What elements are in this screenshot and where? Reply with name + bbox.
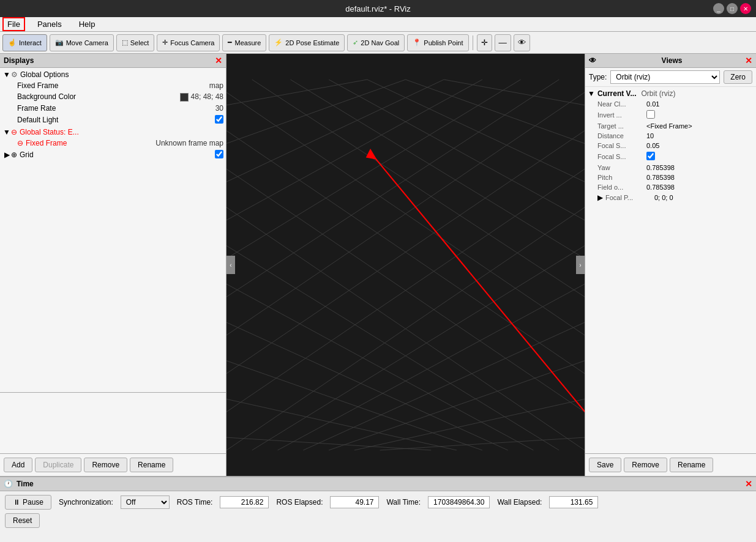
reset-button[interactable]: Reset <box>5 513 40 528</box>
global-status-row[interactable]: ▼ ⊖ Global Status: E... <box>0 127 226 138</box>
distance-row: Distance 10 <box>585 131 756 141</box>
grid-row[interactable]: ▶ ⊕ Grid <box>0 149 226 161</box>
select-icon: ⬚ <box>122 39 128 46</box>
default-light-row[interactable]: Default Light <box>0 114 226 127</box>
focus-icon: ✛ <box>162 39 168 46</box>
menu-help[interactable]: Help <box>74 17 100 31</box>
point-icon: 📍 <box>413 39 421 46</box>
current-view-toggle[interactable]: ▼ <box>588 89 595 98</box>
status-fixed-frame-value: Unknown frame map <box>155 139 223 147</box>
displays-title: Displays <box>4 56 34 65</box>
displays-lower-area <box>0 392 226 453</box>
current-view-label: Current V... <box>597 89 637 98</box>
pitch-value: 0.785398 <box>646 174 675 181</box>
focal-shape2-label: Focal S... <box>597 153 646 160</box>
focal-point-toggle[interactable]: ▶ <box>597 193 603 202</box>
ruler-icon: ━ <box>228 39 232 46</box>
default-light-checkbox[interactable] <box>215 115 223 124</box>
remove-display-button[interactable]: Remove <box>84 458 127 472</box>
near-clip-row: Near Cl... 0.01 <box>585 99 756 109</box>
global-options-row[interactable]: ▼ ⚙ Global Options <box>0 69 226 80</box>
frame-rate-value: 30 <box>215 104 223 113</box>
minimize-button[interactable]: _ <box>713 3 724 14</box>
invert-value <box>646 110 655 120</box>
focal-shape-value: 0.05 <box>646 142 659 149</box>
remove-view-button[interactable]: Remove <box>624 458 667 472</box>
focal-shape2-checkbox[interactable] <box>646 152 655 160</box>
main-area: Displays ✕ ▼ ⚙ Global Options Fixed Fram… <box>0 54 756 476</box>
focal-point-label: Focal P... <box>605 194 654 201</box>
displays-close-button[interactable]: ✕ <box>215 56 222 65</box>
global-options-toggle[interactable]: ▼ <box>2 70 11 79</box>
menu-file[interactable]: File <box>2 17 25 31</box>
zero-button[interactable]: Zero <box>724 70 752 84</box>
nav-goal-button[interactable]: ➶ 2D Nav Goal <box>347 34 405 51</box>
svg-rect-0 <box>226 80 585 450</box>
minus-icon-button[interactable]: — <box>495 34 511 51</box>
sync-select[interactable]: Off <box>121 496 170 509</box>
status-error-icon: ⊖ <box>11 128 17 136</box>
measure-button[interactable]: ━ Measure <box>222 34 266 51</box>
views-title: Views <box>662 56 683 65</box>
invert-row: Invert ... <box>585 109 756 121</box>
views-panel: 👁 Views ✕ Type: Orbit (rviz) Zero ▼ Curr… <box>585 54 756 476</box>
viewport-grid <box>226 54 585 476</box>
views-tree: ▼ Current V... Orbit (rviz) Near Cl... 0… <box>585 87 756 453</box>
grid-toggle[interactable]: ▶ <box>2 150 11 159</box>
menu-panels[interactable]: Panels <box>32 17 67 31</box>
pause-icon: ⏸ <box>13 498 20 507</box>
field-of-view-value: 0.785398 <box>646 184 675 191</box>
time-panel: 🕐 Time ✕ ⏸ Pause Synchronization: Off RO… <box>0 476 756 542</box>
wall-elapsed-label: Wall Elapsed: <box>497 498 542 507</box>
focal-shape-row: Focal S... 0.05 <box>585 141 756 150</box>
invert-checkbox[interactable] <box>646 110 655 119</box>
time-header-left: 🕐 Time <box>4 480 34 488</box>
frame-rate-row[interactable]: Frame Rate 30 <box>0 103 226 114</box>
ros-time-value: 216.82 <box>220 496 269 508</box>
current-view-header[interactable]: ▼ Current V... Orbit (rviz) <box>585 88 756 99</box>
maximize-button[interactable]: □ <box>727 3 738 14</box>
global-status-toggle[interactable]: ▼ <box>2 128 11 136</box>
grid-label: Grid <box>20 150 210 159</box>
save-view-button[interactable]: Save <box>589 458 621 472</box>
field-of-view-label: Field o... <box>597 184 646 191</box>
viewport-collapse-left[interactable]: ‹ <box>226 256 235 274</box>
pose-estimate-button[interactable]: ⚡ 2D Pose Estimate <box>269 34 345 51</box>
views-close-button[interactable]: ✕ <box>745 56 752 65</box>
default-light-value <box>215 115 223 125</box>
focus-camera-button[interactable]: ✛ Focus Camera <box>157 34 220 51</box>
publish-point-button[interactable]: 📍 Publish Point <box>407 34 468 51</box>
time-title: Time <box>17 480 34 488</box>
fixed-frame-row[interactable]: Fixed Frame map <box>0 80 226 91</box>
pause-button[interactable]: ⏸ Pause <box>5 495 51 510</box>
title-bar: default.rviz* - RViz _ □ ✕ <box>0 0 756 17</box>
add-icon-button[interactable]: ✛ <box>477 34 492 51</box>
camera2-icon-button[interactable]: 👁 <box>514 34 530 51</box>
rename-display-button[interactable]: Rename <box>130 458 173 472</box>
pose-icon: ⚡ <box>274 39 283 46</box>
add-display-button[interactable]: Add <box>4 458 32 472</box>
focal-shape-label: Focal S... <box>597 142 646 149</box>
status-child-error-icon: ⊖ <box>17 139 23 147</box>
grid-checkbox[interactable] <box>215 150 223 158</box>
viewport-collapse-right[interactable]: › <box>576 256 585 274</box>
focal-shape2-value <box>646 152 655 161</box>
rename-view-button[interactable]: Rename <box>670 458 713 472</box>
frame-rate-label: Frame Rate <box>17 104 211 113</box>
toolbar: ☝ Interact 📷 Move Camera ⬚ Select ✛ Focu… <box>0 32 756 54</box>
move-camera-button[interactable]: 📷 Move Camera <box>50 34 114 51</box>
displays-buttons: Add Duplicate Remove Rename <box>0 453 226 476</box>
interact-button[interactable]: ☝ Interact <box>2 34 47 51</box>
views-buttons: Save Remove Rename <box>585 453 756 476</box>
ros-time-label: ROS Time: <box>177 498 213 507</box>
type-select[interactable]: Orbit (rviz) <box>610 70 720 84</box>
camera-icon: 📷 <box>55 39 64 46</box>
status-fixed-frame-row[interactable]: ⊖ Fixed Frame Unknown frame map <box>0 138 226 149</box>
time-close-button[interactable]: ✕ <box>745 479 752 489</box>
global-options-label: Global Options <box>20 70 223 79</box>
close-button[interactable]: ✕ <box>740 3 751 14</box>
background-color-row[interactable]: Background Color 48; 48; 48 <box>0 91 226 103</box>
select-button[interactable]: ⬚ Select <box>116 34 155 51</box>
duplicate-display-button[interactable]: Duplicate <box>35 458 81 472</box>
cursor-icon: ☝ <box>8 39 17 46</box>
